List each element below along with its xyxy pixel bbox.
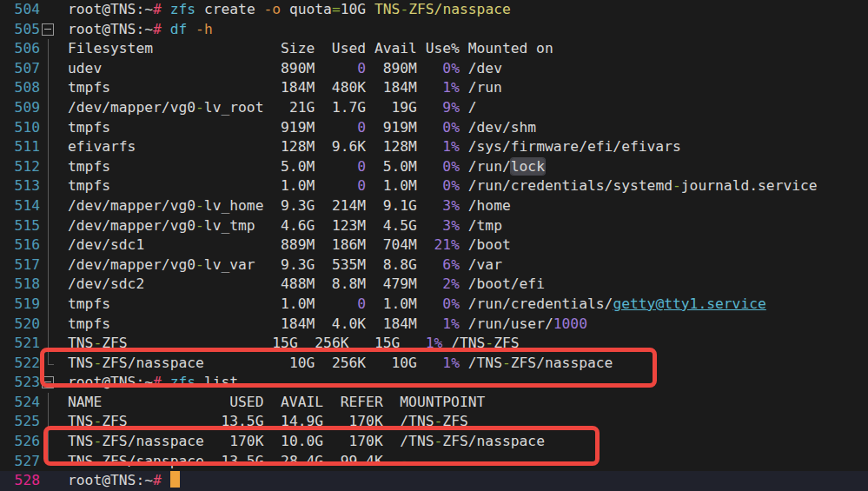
terminal-line: 505root@TNS:~# df -h	[0, 20, 868, 40]
line-number: 509	[0, 98, 40, 118]
collapse-minus-icon[interactable]	[42, 376, 54, 388]
option-flag: -o	[264, 1, 282, 17]
line-number: 510	[0, 118, 40, 138]
code-text: /tmp	[460, 217, 502, 234]
line-number: 525	[0, 412, 40, 432]
code-text: tmpfs 1.0M	[68, 177, 357, 194]
operator-text: -	[400, 453, 408, 469]
code-text: /home	[460, 197, 511, 214]
line-content: /dev/mapper/vg0-lv_var 9.3G 535M 8.8G 6%…	[68, 255, 502, 275]
line-number: 520	[0, 315, 40, 335]
operator-text: -	[93, 355, 102, 371]
code-text: ZFS	[442, 413, 467, 429]
fold-guide	[40, 315, 68, 335]
fold-guide	[40, 275, 68, 295]
code-text: /run/credentials/systemd	[460, 177, 673, 194]
fold-guide	[40, 137, 68, 157]
code-text	[162, 374, 170, 390]
terminal-line: 527TNS-ZFS/sanspace 13.5G 28.4G 99.4K -	[0, 452, 868, 472]
code-text: ZFS/nasspace	[511, 355, 613, 371]
line-number: 519	[0, 295, 40, 315]
line-number: 517	[0, 255, 40, 275]
service-link[interactable]: getty@tty1.service	[613, 295, 765, 312]
line-content: TNS-ZFS/nasspace 170K 10.0G 170K /TNS-ZF…	[68, 432, 545, 452]
number-value: 0	[357, 177, 366, 194]
line-content: tmpfs 919M 0 919M 0% /dev/shm	[68, 118, 536, 138]
terminal-line: 512tmpfs 5.0M 0 5.0M 0% /run/lock	[0, 157, 868, 177]
code-text: 919M	[366, 119, 442, 136]
line-number: 515	[0, 216, 40, 236]
operator-text: -	[434, 433, 443, 449]
fold-guide	[40, 393, 68, 413]
number-value: 0	[357, 60, 366, 76]
highlighted-word: lock	[511, 158, 545, 175]
number-value: 1000	[553, 315, 587, 332]
command-text: zfs	[170, 374, 195, 390]
collapse-minus-icon[interactable]	[42, 23, 54, 36]
line-content: tmpfs 184M 480K 184M 1% /run	[68, 78, 502, 98]
number-value: 0%	[442, 119, 460, 136]
fold-guide	[40, 176, 68, 196]
number-value: 1%	[442, 79, 460, 96]
number-value: 0%	[442, 295, 460, 312]
code-text: udev 890M	[68, 60, 357, 76]
fold-toggle[interactable]	[40, 373, 68, 393]
operator-text: -	[93, 433, 102, 449]
number-value: 6%	[442, 256, 460, 273]
terminal-line: 520tmpfs 184M 4.0K 184M 1% /run/user/100…	[0, 315, 868, 335]
line-number: 518	[0, 275, 40, 295]
fold-guide	[40, 39, 68, 59]
line-number: 526	[0, 432, 40, 452]
terminal-line: 523root@TNS:~# zfs list	[0, 373, 868, 393]
line-content: /dev/mapper/vg0-lv_root 21G 1.7G 19G 9% …	[68, 98, 477, 118]
operator-text: -	[93, 335, 102, 351]
number-value: 1%	[426, 335, 443, 351]
line-number: 504	[0, 0, 40, 20]
line-number: 524	[0, 393, 40, 413]
code-text: Filesystem Size Used Avail Use% Mounted …	[68, 40, 553, 56]
fold-guide	[40, 354, 68, 374]
code-text: /run	[460, 79, 502, 96]
code-text: efivarfs 128M 9.6K 128M	[68, 138, 442, 155]
line-content: root@TNS:~# zfs create -o quota=10G TNS-…	[68, 0, 511, 20]
prompt-hash: #	[153, 21, 162, 37]
operator-text: -	[195, 197, 204, 214]
operator-text: -	[400, 1, 408, 17]
code-text: quota	[281, 1, 332, 17]
line-number: 507	[0, 59, 40, 79]
line-number: 516	[0, 236, 40, 255]
command-text: df	[170, 21, 188, 37]
code-text: /dev	[460, 60, 502, 76]
terminal-line: 519tmpfs 1.0M 0 1.0M 0% /run/credentials…	[0, 295, 868, 315]
line-content: Filesystem Size Used Avail Use% Mounted …	[68, 39, 553, 59]
terminal-line: 515/dev/mapper/vg0-lv_tmp 4.6G 123M 4.5G…	[0, 216, 868, 236]
dataset-name: TNS	[374, 1, 400, 17]
code-text: /boot/efi	[460, 275, 545, 292]
fold-toggle[interactable]	[40, 20, 68, 40]
fold-guide	[40, 59, 68, 79]
code-text: tmpfs 184M 4.0K 184M	[68, 315, 442, 332]
terminal-line: 526TNS-ZFS/nasspace 170K 10.0G 170K /TNS…	[0, 432, 868, 452]
terminal-line: 525TNS-ZFS 13.5G 14.9G 170K /TNS-ZFS	[0, 412, 868, 432]
operator-text: -	[195, 217, 204, 234]
code-text	[162, 1, 170, 17]
terminal-line: 507udev 890M 0 890M 0% /dev	[0, 59, 868, 79]
line-content: TNS-ZFS/nasspace 10G 256K 10G 1% /TNS-ZF…	[68, 354, 613, 374]
prompt-hash: #	[153, 374, 162, 390]
fold-guide	[40, 295, 68, 315]
operator-text: -	[502, 355, 511, 371]
code-text: lv_home 9.3G 214M 9.1G	[204, 197, 442, 214]
code-text: /dev/shm	[460, 119, 536, 136]
line-content: TNS-ZFS 13.5G 14.9G 170K /TNS-ZFS	[68, 412, 468, 432]
number-value: 2%	[442, 275, 460, 292]
option-flag: -h	[195, 21, 213, 37]
code-text: ZFS/nasspace 170K 10.0G 170K /TNS	[102, 433, 434, 449]
code-text: /run/	[460, 158, 511, 175]
code-text: 1.0M	[366, 295, 442, 312]
number-value: 9%	[442, 99, 460, 116]
code-text: ZFS/nasspace	[442, 433, 545, 449]
number-value: 0%	[442, 60, 460, 76]
number-value: 1%	[442, 355, 460, 371]
code-text: TNS	[68, 335, 93, 351]
code-text: create	[195, 1, 263, 17]
